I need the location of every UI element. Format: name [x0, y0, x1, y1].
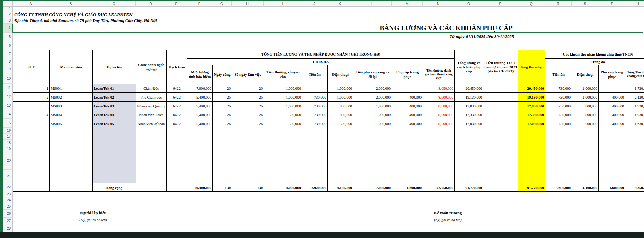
row-number[interactable]: 17: [3, 134, 13, 140]
cell-ngay-cong[interactable]: 26: [213, 93, 232, 102]
empty-cell[interactable]: [213, 128, 232, 134]
row-number[interactable]: 8: [3, 58, 13, 65]
header-dien-thoai[interactable]: Điện thoại: [328, 65, 353, 84]
row-number[interactable]: 13: [3, 101, 13, 110]
row-number[interactable]: 19: [3, 146, 13, 152]
empty-cell[interactable]: [302, 152, 328, 170]
cell-so-ngay[interactable]: 26: [232, 119, 264, 128]
row-number[interactable]: 28: [3, 224, 13, 232]
header-so-ngay[interactable]: Số ngày làm việc: [232, 65, 264, 84]
header-ngay-cong[interactable]: Ngày công: [213, 65, 232, 84]
cell-xang-xe[interactable]: 1,000,000: [353, 110, 392, 119]
row-number[interactable]: 16: [3, 128, 13, 134]
empty-cell[interactable]: [483, 134, 518, 140]
cell-tong-thu-nhap[interactable]: 20,450,000: [518, 84, 545, 93]
empty-cell[interactable]: [572, 152, 599, 170]
empty-cell[interactable]: [353, 140, 392, 146]
empty-cell[interactable]: [50, 134, 93, 140]
empty-cell[interactable]: [136, 152, 167, 170]
empty-cell[interactable]: [213, 146, 232, 152]
header-tong-thu-nhap[interactable]: Tổng thu nhập: [518, 50, 545, 84]
cell-tong-tn-kct[interactable]: 1,630,000: [625, 119, 644, 128]
empty-cell[interactable]: [136, 183, 167, 192]
cell-thuong-dgcv[interactable]: 8,500,000: [423, 119, 455, 128]
empty-cell[interactable]: [423, 146, 455, 152]
cell-tong-tn-kct[interactable]: 2,130,000: [625, 93, 644, 102]
empty-cell[interactable]: [392, 134, 423, 140]
column-header-p[interactable]: P: [483, 1, 518, 7]
cell-muc-luong[interactable]: 7,800,000: [187, 84, 213, 93]
row-number[interactable]: 18: [3, 140, 13, 146]
select-all-corner[interactable]: [3, 1, 13, 7]
empty-cell[interactable]: [483, 152, 518, 170]
total-trang-phuc-kct[interactable]: 1,600,000: [599, 183, 625, 192]
empty-cell[interactable]: [392, 152, 423, 170]
column-header-d[interactable]: D: [136, 1, 166, 7]
total-tien-an-kct[interactable]: 3,650,000: [545, 183, 572, 192]
row-number[interactable]: 27: [3, 218, 13, 224]
empty-cell[interactable]: [328, 146, 353, 152]
header-tien-an-kct[interactable]: Tiền ăn: [545, 65, 572, 84]
empty-cell[interactable]: [572, 134, 599, 140]
empty-cell[interactable]: [328, 140, 353, 146]
cell-ho-ten[interactable]: LearnTek 01: [93, 84, 136, 93]
empty-cell[interactable]: [50, 128, 93, 134]
empty-cell[interactable]: [232, 170, 264, 183]
cell-thuong-t13[interactable]: [483, 110, 518, 119]
cell-hach-toan[interactable]: 6422: [167, 119, 187, 128]
cell-trang-phuc[interactable]: [392, 84, 423, 93]
total-xang-xe[interactable]: 7,000,000: [353, 183, 392, 192]
empty-cell[interactable]: [13, 170, 50, 183]
empty-cell[interactable]: [167, 152, 187, 170]
date-range[interactable]: Từ ngày 01/11/2025 đến 30/11/2025: [380, 34, 583, 39]
cell-ngay-cong[interactable]: 26: [213, 84, 232, 93]
cell-thuong-t13[interactable]: [483, 119, 518, 128]
empty-cell[interactable]: [187, 140, 213, 146]
empty-cell[interactable]: [232, 128, 264, 134]
cell-ngay-cong[interactable]: 26: [213, 119, 232, 128]
cell-thuong-dgcv[interactable]: 8,500,000: [423, 110, 455, 119]
company-name[interactable]: CÔNG TY TNHH CÔNG NGHỆ VÀ GIÁO DỤC LEARN…: [14, 12, 132, 17]
empty-cell[interactable]: [572, 128, 599, 134]
cell-trang-phuc[interactable]: 400,000: [392, 119, 423, 128]
cell-dien-thoai[interactable]: 1,000,000: [328, 84, 353, 93]
total-tong-thu-nhap[interactable]: 91,770,000: [518, 183, 545, 192]
cell-xang-xe[interactable]: 2,000,000: [353, 93, 392, 102]
header-ma-nhan-vien[interactable]: Mã nhân viên: [50, 50, 93, 84]
cell-tong-luong[interactable]: 19,130,000: [455, 93, 483, 102]
column-header-t[interactable]: T: [598, 1, 625, 7]
empty-cell[interactable]: [328, 152, 353, 170]
empty-cell[interactable]: [392, 128, 423, 134]
empty-cell[interactable]: [213, 134, 232, 140]
row-number[interactable]: 1: [3, 7, 13, 11]
empty-cell[interactable]: [353, 134, 392, 140]
empty-cell[interactable]: [264, 140, 302, 146]
total-thuong-dgcv[interactable]: 42,750,000: [423, 183, 455, 192]
row-number[interactable]: 26: [3, 210, 13, 218]
column-header-n[interactable]: N: [423, 1, 454, 7]
empty-cell[interactable]: [455, 170, 483, 183]
cell-tien-thuong[interactable]: 500,000: [264, 110, 302, 119]
empty-cell[interactable]: [50, 183, 93, 192]
cell-trang-phuc-kct[interactable]: 400,000: [599, 102, 625, 110]
empty-cell[interactable]: [353, 128, 392, 134]
empty-cell[interactable]: [599, 146, 625, 152]
cell-chuc-danh[interactable]: Phó Giám đốc: [136, 93, 167, 102]
total-ngay-cong[interactable]: 130: [213, 183, 232, 192]
header-tien-an[interactable]: Tiền ăn: [302, 65, 328, 84]
empty-cell[interactable]: [572, 140, 599, 146]
header-xang-xe[interactable]: Tiền phụ cấp xăng xe đi lại: [353, 65, 392, 84]
cell-stt[interactable]: 5: [13, 119, 50, 128]
cell-tong-thu-nhap[interactable]: 17,030,000: [518, 119, 545, 128]
row-number[interactable]: 2: [3, 11, 13, 17]
cell-xang-xe[interactable]: 1,000,000: [353, 102, 392, 110]
empty-cell[interactable]: [167, 128, 187, 134]
empty-cell[interactable]: [599, 128, 625, 134]
column-header-c[interactable]: C: [92, 1, 136, 7]
empty-cell[interactable]: [232, 134, 264, 140]
empty-cell[interactable]: [13, 134, 50, 140]
cell-thuong-t13[interactable]: [483, 84, 518, 93]
empty-cell[interactable]: [353, 170, 392, 183]
total-tong-luong[interactable]: 91,770,000: [455, 183, 483, 192]
empty-cell[interactable]: [483, 128, 518, 134]
